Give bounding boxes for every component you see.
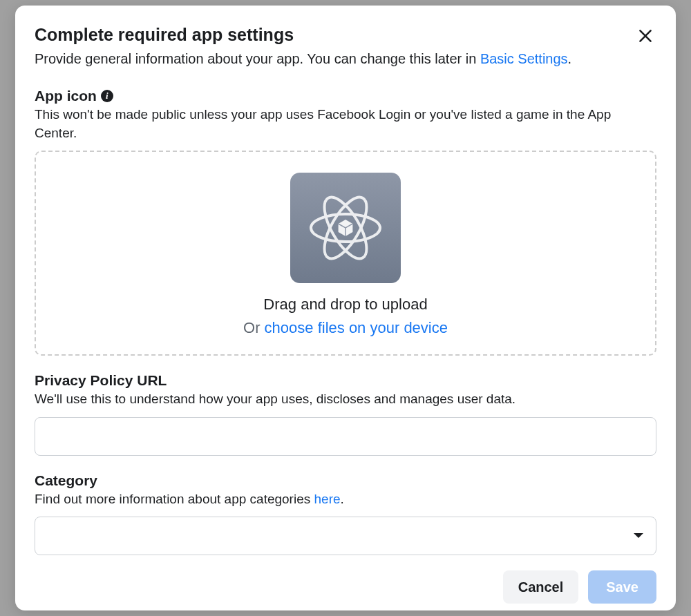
modal-header: Complete required app settings Provide g… (35, 25, 656, 68)
close-button[interactable] (633, 23, 658, 48)
category-select[interactable] (35, 517, 656, 555)
category-section: Category Find out more information about… (35, 472, 656, 556)
dropzone-alt-text: Or choose files on your device (243, 319, 448, 337)
privacy-label: Privacy Policy URL (35, 372, 167, 389)
info-icon[interactable]: i (101, 90, 113, 102)
dropzone-drag-text: Drag and drop to upload (263, 296, 427, 314)
choose-files-link[interactable]: choose files on your device (265, 319, 448, 336)
privacy-section: Privacy Policy URL We'll use this to und… (35, 372, 656, 456)
category-help-link[interactable]: here (314, 492, 341, 506)
category-help-post: . (341, 492, 344, 506)
atom-icon (304, 186, 387, 269)
close-icon (636, 27, 654, 45)
privacy-url-input[interactable] (35, 417, 656, 456)
subtitle-text-pre: Provide general information about your a… (35, 51, 480, 66)
dropzone-or-text: Or (243, 319, 265, 336)
modal-footer: Cancel Save (35, 564, 656, 604)
cancel-button[interactable]: Cancel (503, 570, 579, 604)
modal-subtitle: Provide general information about your a… (35, 49, 656, 68)
app-icon-label: App icon (35, 88, 97, 104)
category-help-pre: Find out more information about app cate… (35, 492, 314, 506)
privacy-help: We'll use this to understand how your ap… (35, 390, 656, 409)
save-button[interactable]: Save (588, 570, 656, 604)
category-label: Category (35, 472, 97, 489)
app-icon-dropzone[interactable]: Drag and drop to upload Or choose files … (35, 151, 656, 356)
app-icon-placeholder (290, 173, 401, 283)
category-help: Find out more information about app cate… (35, 490, 656, 509)
modal-title: Complete required app settings (35, 25, 656, 45)
app-icon-help: This won't be made public unless your ap… (35, 106, 656, 142)
subtitle-text-post: . (568, 51, 572, 66)
basic-settings-link[interactable]: Basic Settings (480, 51, 568, 66)
app-icon-section: App icon i This won't be made public unl… (35, 88, 656, 356)
settings-modal: Complete required app settings Provide g… (15, 6, 676, 610)
